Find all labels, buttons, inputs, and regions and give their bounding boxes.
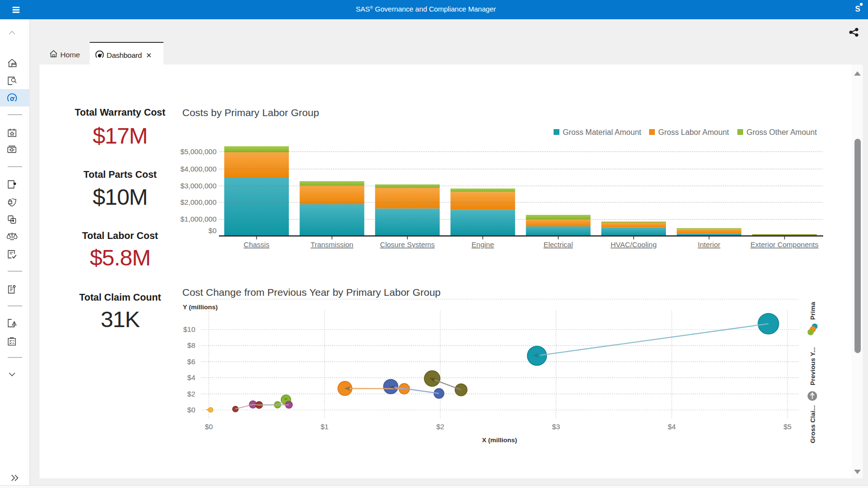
svg-text:$3,000,000: $3,000,000: [180, 182, 217, 190]
svg-text:Exterior Components: Exterior Components: [750, 240, 818, 249]
svg-text:Gross Clai...: Gross Clai...: [809, 405, 816, 443]
svg-text:Interior: Interior: [698, 240, 720, 249]
svg-text:Costs by Primary Labor Group: Costs by Primary Labor Group: [182, 107, 319, 118]
svg-text:$2: $2: [187, 390, 195, 398]
svg-text:$10: $10: [183, 325, 195, 333]
svg-text:Chassis: Chassis: [244, 240, 269, 249]
svg-text:Cost Change from Previous Year: Cost Change from Previous Year by Primar…: [182, 287, 441, 298]
svg-text:X (millions): X (millions): [482, 436, 517, 444]
svg-text:HVAC/Cooling: HVAC/Cooling: [610, 240, 657, 249]
svg-text:$3: $3: [552, 422, 560, 431]
svg-text:$8: $8: [187, 341, 195, 349]
svg-text:$0: $0: [205, 422, 213, 431]
svg-text:$1: $1: [321, 422, 329, 431]
svg-text:Transmission: Transmission: [311, 240, 353, 249]
svg-text:$0: $0: [187, 406, 195, 414]
svg-text:$4,000,000: $4,000,000: [180, 165, 217, 173]
svg-text:$5,000,000: $5,000,000: [180, 147, 217, 156]
svg-text:Electrical: Electrical: [543, 240, 573, 249]
svg-text:Closure Systems: Closure Systems: [380, 240, 434, 249]
svg-text:$4: $4: [668, 422, 676, 431]
svg-text:Previous Y...: Previous Y...: [809, 347, 816, 385]
svg-text:Prima: Prima: [809, 302, 816, 320]
svg-text:$6: $6: [187, 357, 195, 366]
svg-text:$1,000,000: $1,000,000: [180, 215, 217, 223]
svg-text:Engine: Engine: [472, 240, 494, 249]
svg-text:$2,000,000: $2,000,000: [180, 198, 217, 206]
svg-text:Gross Other Amount: Gross Other Amount: [746, 128, 817, 136]
svg-text:$0: $0: [208, 226, 217, 235]
svg-text:Gross Labor Amount: Gross Labor Amount: [658, 128, 729, 136]
svg-text:$2: $2: [436, 422, 445, 431]
svg-text:Y (millions): Y (millions): [183, 303, 218, 311]
svg-text:Gross Material Amount: Gross Material Amount: [563, 128, 641, 136]
svg-text:$4: $4: [187, 373, 195, 382]
svg-text:$5: $5: [784, 422, 792, 431]
